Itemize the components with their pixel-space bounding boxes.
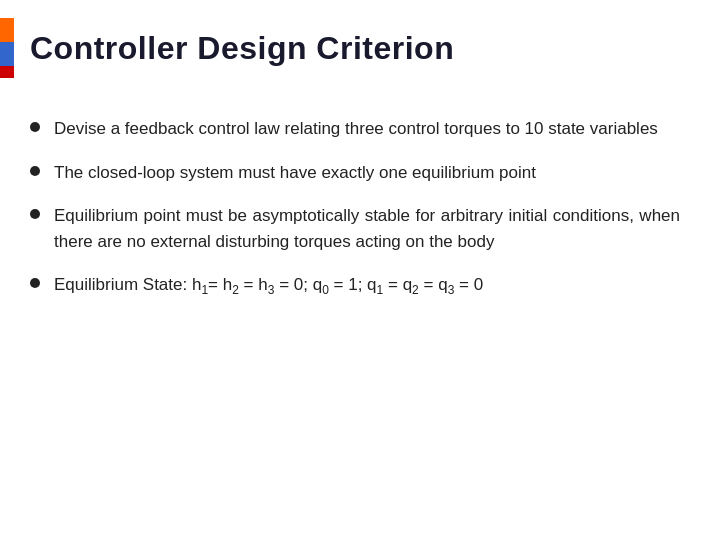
bullet-list: Devise a feedback control law relating t…: [30, 116, 680, 299]
bullet-dot: [30, 166, 40, 176]
list-item: Equilibrium point must be asymptotically…: [30, 203, 680, 254]
bullet-text-2: The closed-loop system must have exactly…: [54, 160, 680, 186]
bullet-dot: [30, 209, 40, 219]
list-item: Equilibrium State: h1= h2 = h3 = 0; q0 =…: [30, 272, 680, 299]
accent-top: [0, 18, 14, 42]
header-accent-bar: [0, 18, 14, 78]
bullet-text-1: Devise a feedback control law relating t…: [54, 116, 680, 142]
bullet-text-4: Equilibrium State: h1= h2 = h3 = 0; q0 =…: [54, 272, 680, 299]
slide: Controller Design Criterion Devise a fee…: [0, 0, 720, 540]
list-item: The closed-loop system must have exactly…: [30, 160, 680, 186]
slide-content: Devise a feedback control law relating t…: [0, 96, 720, 337]
list-item: Devise a feedback control law relating t…: [30, 116, 680, 142]
slide-header: Controller Design Criterion: [0, 0, 720, 96]
bullet-dot: [30, 278, 40, 288]
bullet-text-3: Equilibrium point must be asymptotically…: [54, 203, 680, 254]
accent-mid: [0, 42, 14, 66]
slide-title: Controller Design Criterion: [30, 30, 454, 67]
bullet-dot: [30, 122, 40, 132]
accent-bot: [0, 66, 14, 78]
